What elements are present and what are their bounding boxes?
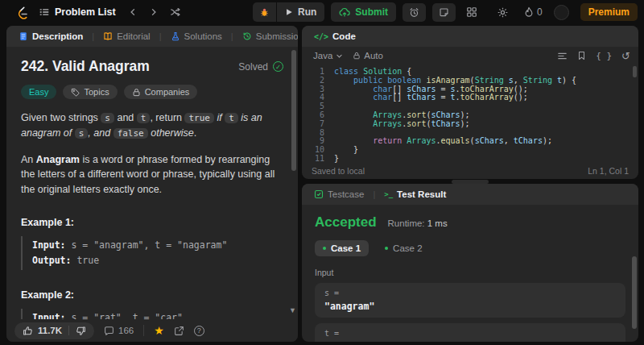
field-name: s = [324,289,616,297]
thumbs-down-button[interactable] [76,326,86,336]
topics-badge[interactable]: Topics [63,85,117,99]
question-icon: ? [194,326,204,336]
alarm-clock-icon [409,7,419,18]
run-submit-group: Run Submit [253,2,456,22]
description-doc-icon [19,31,28,41]
next-problem-button[interactable] [145,4,163,20]
editor-toolbar: Java Auto [302,47,638,64]
saved-status: Saved to local [312,166,365,176]
tab-test-result[interactable]: >_ Test Result [380,187,450,202]
example-1-label: Example 1: [21,217,283,228]
thumbs-up-button[interactable]: 11.7K [23,326,62,336]
share-button[interactable] [174,326,184,336]
grid-layout-icon [466,6,477,18]
debug-button[interactable] [253,2,276,22]
shortcuts-button[interactable]: { } [596,51,612,61]
example-1-output: true [76,255,99,266]
companies-badge[interactable]: Companies [124,85,198,99]
tab-code[interactable]: </> Code [310,29,360,44]
solved-status: Solved ✓ [238,61,283,73]
tab-testcase[interactable]: Testcase [310,187,368,202]
example-2-block: Input: s = "rat", t = "car" Output: fals… [21,309,283,319]
settings-button[interactable] [493,3,513,22]
layout-button[interactable] [462,3,481,21]
submit-label: Submit [355,6,388,18]
example-1-input: s = "anagram", t = "nagaram" [71,239,227,251]
case-2-label: Case 2 [393,243,422,253]
input-field-t[interactable]: t = "nagaram" [315,323,625,342]
tab-submissions[interactable]: Submissions [238,29,298,44]
terminal-icon: >_ [384,190,393,198]
timer-button[interactable] [402,3,426,22]
reset-code-button[interactable]: ↺ [621,50,630,62]
premium-label: Premium [588,6,630,18]
problem-list-button[interactable]: Problem List [34,3,121,21]
run-label: Run [298,6,316,18]
reset-icon: ↺ [621,50,630,62]
solved-label: Solved [238,61,268,73]
code-scrollbar[interactable] [633,66,637,77]
example-2-label: Example 2: [21,289,283,301]
braces-icon: { } [596,51,612,61]
avatar[interactable] [554,5,569,20]
difficulty-badge[interactable]: Easy [21,85,56,99]
tab-solutions[interactable]: Solutions [167,29,226,44]
comments-button[interactable]: 166 [104,326,134,336]
result-tabbar: Testcase | >_ Test Result [302,184,638,205]
tab-divider: | [92,31,94,41]
field-name: t = [324,329,616,338]
result-scrollbar[interactable] [632,256,637,329]
description-tabbar: Description | Editorial | Solutions | [6,26,298,47]
submissions-history-icon [242,31,252,41]
run-button[interactable]: Run [277,2,324,22]
prev-problem-button[interactable] [124,4,142,20]
code-editor[interactable]: 1class Solution {2 public boolean isAnag… [302,64,638,163]
actionbar-divider [143,325,144,336]
language-value: Java [313,51,332,60]
workspace: Description | Editorial | Solutions | [6,26,638,342]
bookmark-button[interactable] [577,51,586,60]
testcase-check-icon [314,189,324,199]
streak-counter[interactable]: 0 [524,6,543,18]
feedback-button[interactable]: ? [194,326,204,336]
tab-divider: | [231,31,233,41]
auto-toggle[interactable]: Auto [353,51,383,60]
problem-title: 242. Valid Anagram [21,58,150,75]
vote-divider [68,326,69,335]
test-result-panel: Testcase | >_ Test Result Accepted Runti… [302,184,638,342]
language-select[interactable]: Java [310,49,346,62]
comments-count: 166 [118,326,134,335]
description-scrollbar[interactable] [291,50,296,171]
tab-code-label: Code [332,31,356,41]
tab-divider: | [373,189,375,199]
field-value: "anagram" [324,301,616,312]
leetcode-logo-icon[interactable] [13,3,31,21]
splitter-grip-icon [452,180,489,184]
tab-testcase-label: Testcase [328,189,364,199]
tab-solutions-label: Solutions [184,31,222,41]
cloud-upload-icon [339,7,350,18]
gear-icon [497,6,509,19]
comment-icon [104,326,114,336]
random-problem-button[interactable] [166,3,185,21]
lock-icon [132,88,141,97]
input-section-label: Input [315,268,625,277]
editorial-book-icon [103,31,113,41]
tab-description[interactable]: Description [14,29,87,44]
submit-button[interactable]: Submit [331,2,396,22]
companies-label: Companies [145,87,190,97]
favorite-button[interactable]: ★ [154,324,164,337]
tab-submissions-label: Submissions [256,31,298,41]
input-field-s[interactable]: s = "anagram" [315,283,625,318]
flame-icon [524,6,534,18]
format-code-button[interactable] [557,52,568,60]
solved-check-icon: ✓ [273,61,283,72]
scroll-down-icon[interactable]: ▼ [289,306,296,314]
play-icon [285,8,293,16]
tab-editorial[interactable]: Editorial [99,29,155,44]
streak-count: 0 [537,6,543,18]
notes-button[interactable] [432,3,456,22]
case-2-button[interactable]: Case 2 [377,240,430,256]
premium-button[interactable]: Premium [580,3,638,21]
case-1-button[interactable]: Case 1 [315,240,369,256]
